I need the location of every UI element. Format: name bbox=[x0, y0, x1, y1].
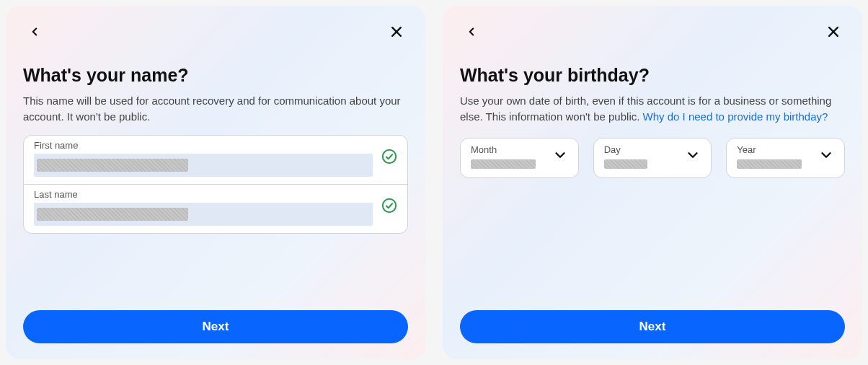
last-name-row: Last name bbox=[24, 184, 407, 233]
back-button[interactable] bbox=[23, 20, 46, 43]
redacted-text bbox=[37, 159, 188, 172]
back-button[interactable] bbox=[460, 20, 483, 43]
close-button[interactable] bbox=[385, 20, 408, 43]
chevron-down-icon bbox=[818, 147, 834, 166]
page-subtitle: Use your own date of birth, even if this… bbox=[460, 93, 845, 125]
chevron-down-icon bbox=[685, 147, 701, 166]
name-step-card: What's your name? This name will be used… bbox=[6, 6, 425, 359]
close-icon bbox=[389, 25, 404, 39]
first-name-label: First name bbox=[34, 140, 374, 151]
redacted-text bbox=[37, 208, 188, 221]
month-select[interactable]: Month bbox=[460, 138, 579, 178]
page-subtitle: This name will be used for account recov… bbox=[23, 93, 408, 125]
why-birthday-link[interactable]: Why do I need to provide my birthday? bbox=[643, 110, 828, 123]
year-select[interactable]: Year bbox=[726, 138, 845, 178]
svg-point-3 bbox=[383, 199, 396, 212]
first-name-input[interactable] bbox=[34, 154, 373, 177]
chevron-down-icon bbox=[552, 147, 568, 166]
top-bar bbox=[460, 19, 845, 45]
last-name-input[interactable] bbox=[34, 203, 373, 226]
close-icon bbox=[826, 25, 841, 39]
last-name-label: Last name bbox=[34, 189, 374, 200]
next-button[interactable]: Next bbox=[23, 310, 408, 343]
chevron-left-icon bbox=[28, 25, 41, 38]
page-title: What's your birthday? bbox=[460, 65, 845, 86]
first-name-row: First name bbox=[24, 136, 407, 184]
birthday-selects: Month Day Year bbox=[460, 138, 845, 178]
name-fields-group: First name Last name bbox=[23, 135, 408, 234]
redacted-text bbox=[471, 159, 536, 169]
birthday-step-card: What's your birthday? Use your own date … bbox=[443, 6, 862, 359]
redacted-text bbox=[604, 159, 647, 169]
valid-check-icon bbox=[381, 149, 397, 167]
top-bar bbox=[23, 19, 408, 45]
next-button[interactable]: Next bbox=[460, 310, 845, 343]
svg-point-2 bbox=[383, 150, 396, 163]
year-label: Year bbox=[737, 144, 815, 155]
page-title: What's your name? bbox=[23, 65, 408, 86]
chevron-left-icon bbox=[465, 25, 478, 38]
month-label: Month bbox=[471, 144, 549, 155]
day-select[interactable]: Day bbox=[593, 138, 712, 178]
redacted-text bbox=[737, 159, 802, 169]
close-button[interactable] bbox=[822, 20, 845, 43]
day-label: Day bbox=[604, 144, 683, 155]
valid-check-icon bbox=[381, 198, 397, 216]
